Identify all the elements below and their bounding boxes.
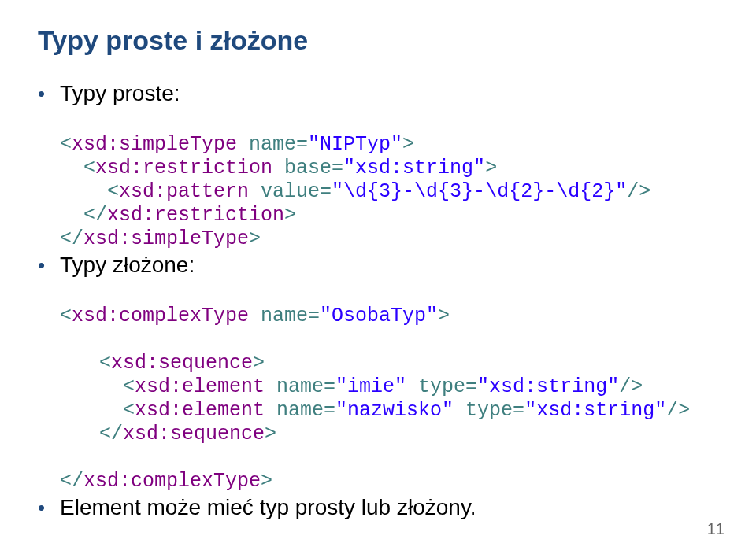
page-number: 11 bbox=[707, 520, 724, 538]
bullet-dot: • bbox=[38, 79, 60, 108]
bullet-text: Typy złożone: bbox=[60, 251, 195, 279]
bullet-dot: • bbox=[38, 251, 60, 279]
bullet-text: Element może mieć typ prosty lub złożony… bbox=[60, 493, 476, 522]
code-simple-type: <xsd:simpleType name="NIPTyp"> <xsd:rest… bbox=[60, 109, 718, 251]
slide-title: Typy proste i złożone bbox=[38, 25, 718, 56]
bullet-dot: • bbox=[38, 493, 60, 522]
bullet-text: Typy proste: bbox=[60, 79, 180, 108]
bullet-simple-types: • Typy proste: bbox=[38, 79, 718, 108]
code-complex-type-close: </xsd:complexType> bbox=[60, 446, 718, 493]
code-complex-type-body: <xsd:sequence> <xsd:element name="imie" … bbox=[99, 328, 718, 446]
bullet-element-note: • Element może mieć typ prosty lub złożo… bbox=[38, 493, 718, 522]
bullet-complex-types: • Typy złożone: bbox=[38, 251, 718, 279]
code-complex-type: <xsd:complexType name="OsobaTyp"> bbox=[60, 281, 718, 328]
